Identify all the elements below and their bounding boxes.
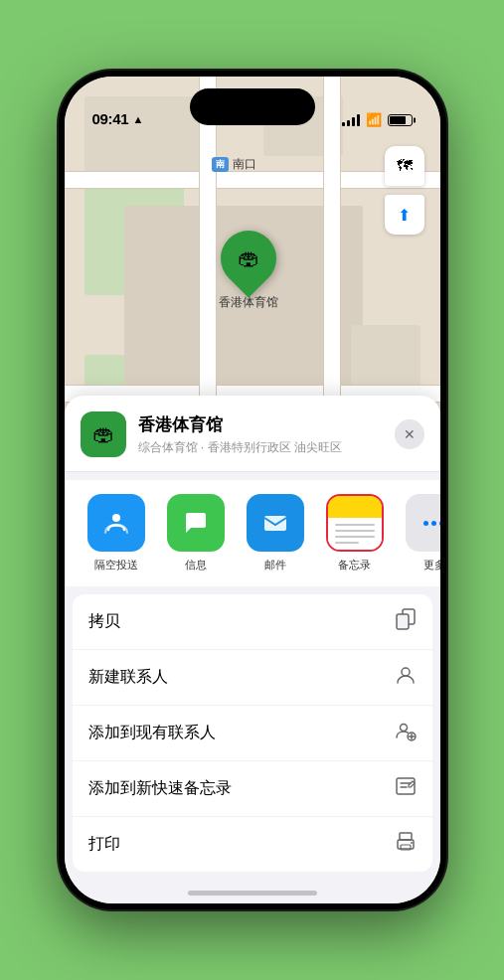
svg-rect-3 — [397, 614, 409, 629]
notes-icon-wrap — [326, 494, 384, 552]
exit-badge: 南 — [212, 157, 229, 172]
svg-point-0 — [112, 514, 120, 522]
svg-point-4 — [402, 668, 410, 676]
dynamic-island — [190, 88, 315, 125]
svg-point-5 — [400, 725, 407, 732]
more-icon-wrap — [406, 494, 440, 552]
action-new-contact-label: 新建联系人 — [88, 667, 168, 688]
stadium-icon: 🏟 — [238, 245, 259, 271]
action-quick-note-label: 添加到新快速备忘录 — [88, 778, 232, 799]
action-copy[interactable]: 拷贝 — [73, 594, 432, 650]
wifi-icon: 📶 — [366, 112, 382, 127]
share-mail[interactable]: 邮件 — [240, 494, 311, 572]
action-quick-note[interactable]: 添加到新快速备忘录 — [73, 761, 432, 817]
share-airdrop[interactable]: 隔空投送 — [81, 494, 152, 572]
airdrop-label: 隔空投送 — [94, 558, 138, 572]
action-print[interactable]: 打印 — [73, 817, 432, 872]
home-indicator — [188, 891, 317, 896]
svg-rect-1 — [264, 516, 286, 531]
map-button-group: 🗺 ⬆ — [385, 146, 424, 235]
share-messages[interactable]: 信息 — [160, 494, 232, 572]
action-add-existing-contact[interactable]: 添加到现有联系人 — [73, 706, 432, 761]
place-name: 香港体育馆 — [138, 413, 383, 436]
map-south-exit: 南 南口 — [212, 156, 256, 173]
battery-icon — [388, 114, 413, 126]
action-list: 拷贝 新建联系人 — [73, 594, 432, 872]
quick-note-icon — [395, 775, 417, 802]
svg-point-11 — [411, 842, 413, 844]
action-print-label: 打印 — [88, 834, 120, 855]
person-add-icon — [395, 720, 417, 746]
copy-icon — [395, 608, 417, 635]
share-more[interactable]: 更多 — [399, 494, 440, 572]
stadium-pin: 🏟 — [209, 219, 287, 297]
stadium-marker[interactable]: 🏟 香港体育馆 — [219, 231, 278, 311]
mail-icon-wrap — [247, 494, 304, 552]
action-copy-label: 拷贝 — [88, 611, 120, 632]
status-time: 09:41 — [92, 110, 129, 127]
action-new-contact[interactable]: 新建联系人 — [73, 650, 432, 706]
print-icon — [395, 831, 417, 858]
compass-icon: ⬆ — [398, 206, 411, 225]
action-add-existing-label: 添加到现有联系人 — [88, 723, 216, 743]
close-icon: ✕ — [404, 426, 416, 442]
mail-label: 邮件 — [264, 558, 286, 572]
map-type-button[interactable]: 🗺 — [385, 146, 424, 186]
location-arrow-icon: ▲ — [132, 113, 143, 125]
share-row: 隔空投送 信息 — [65, 480, 440, 586]
location-button[interactable]: ⬆ — [385, 195, 424, 235]
messages-label: 信息 — [185, 558, 207, 572]
bottom-sheet: 🏟 香港体育馆 综合体育馆 · 香港特别行政区 油尖旺区 ✕ — [65, 396, 440, 903]
signal-bars-icon — [342, 114, 360, 126]
share-notes[interactable]: 备忘录 — [319, 494, 391, 572]
close-button[interactable]: ✕ — [395, 419, 424, 449]
more-dots — [406, 494, 440, 552]
airdrop-icon-wrap — [87, 494, 145, 552]
place-icon: 🏟 — [81, 411, 126, 457]
notes-label: 备忘录 — [338, 558, 371, 572]
phone-frame: 09:41 ▲ 📶 — [59, 71, 446, 909]
map-type-icon: 🗺 — [397, 157, 413, 175]
exit-label: 南口 — [233, 156, 256, 173]
status-icons: 📶 — [342, 112, 413, 127]
more-label: 更多 — [423, 558, 440, 572]
place-header: 🏟 香港体育馆 综合体育馆 · 香港特别行政区 油尖旺区 ✕ — [65, 396, 440, 472]
messages-icon-wrap — [167, 494, 225, 552]
place-info: 香港体育馆 综合体育馆 · 香港特别行政区 油尖旺区 — [138, 413, 383, 456]
person-icon — [395, 664, 417, 691]
phone-screen: 09:41 ▲ 📶 — [65, 77, 440, 903]
place-subtitle: 综合体育馆 · 香港特别行政区 油尖旺区 — [138, 439, 383, 456]
svg-rect-8 — [400, 833, 412, 840]
